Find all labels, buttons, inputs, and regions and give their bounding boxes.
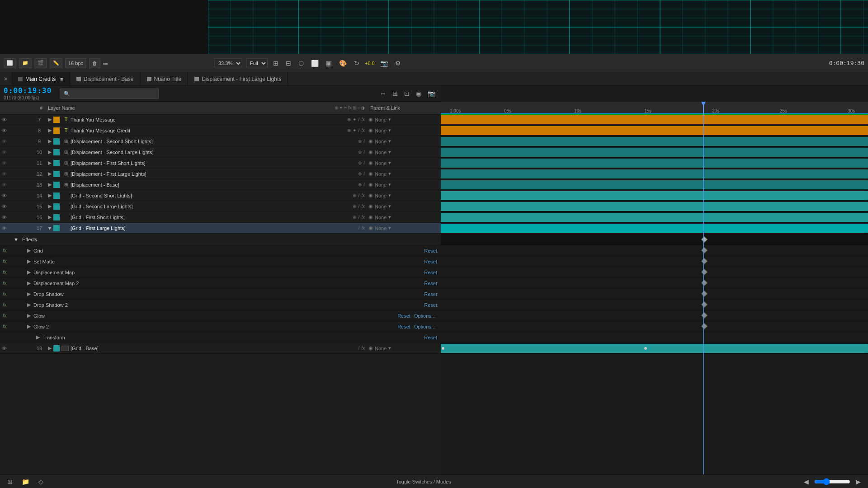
layer-row-14[interactable]: 👁 14 ▶ [Grid - Second Short Lights] ⊕/fx… [0,190,441,201]
grid-btn[interactable]: ⊟ [284,59,293,68]
tab-main-credits[interactable]: Main Credits ≡ [12,72,70,85]
fx-label-matte: fx [0,259,9,264]
expand-8[interactable]: ▶ [46,127,53,133]
view-btn-3[interactable]: ⊡ [402,89,411,98]
expand-transform[interactable]: ▶ [36,334,40,340]
expand-14[interactable]: ▶ [46,192,53,198]
layer-row-13[interactable]: 👁 13 ▶ ⊞ [Displacement - Base] ⊕/ ◉None▾ [0,179,441,190]
vis-icon-11[interactable]: 👁 [0,160,8,166]
expand-18[interactable]: ▶ [46,345,53,351]
mask-btn[interactable]: ⬡ [297,59,306,68]
reset-glow2[interactable]: Reset [397,324,414,329]
render-btn[interactable]: ▣ [324,59,334,68]
camera-btn[interactable]: 📷 [378,59,390,68]
expand-disp2[interactable]: ▶ [27,280,31,286]
fx-label-disp2: fx [0,281,9,286]
vis-icon-14[interactable]: 👁 [0,193,8,198]
view-btn-4[interactable]: ◉ [414,89,423,98]
new-comp-btn[interactable]: ⬜ [4,58,16,68]
vis-icon-7[interactable]: 👁 [0,117,8,122]
save-btn[interactable]: 🎬 [34,58,47,68]
layer-row-16[interactable]: 👁 16 ▶ [Grid - First Short Lights] ⊕/fx … [0,212,441,223]
expand-ds[interactable]: ▶ [27,291,31,297]
tab-label-large: Displacement - First Large Lights [202,76,281,82]
layer-row-18[interactable]: 👁 18 ▶ [Grid - Base] /fx ◉None▾ [0,343,441,354]
quality-select[interactable]: Full [246,58,268,68]
settings-btn[interactable]: ⚙ [393,59,403,68]
expand-ds2[interactable]: ▶ [27,302,31,308]
reset-matte[interactable]: Reset [424,259,441,264]
vis-icon-12[interactable]: 👁 [0,171,8,177]
parent-16: ◉None▾ [368,214,441,220]
reset-grid[interactable]: Reset [424,248,441,253]
expand-disp[interactable]: ▶ [27,269,31,275]
fit-comp-btn[interactable]: ⊞ [271,59,280,68]
reset-transform[interactable]: Reset [424,335,441,340]
zoom-out-btn[interactable]: ◀ [802,477,811,486]
reset-glow[interactable]: Reset [397,313,414,319]
expand-17[interactable]: ▼ [46,225,53,231]
view-btn-1[interactable]: ↔ [378,89,388,98]
tab-menu-main[interactable]: ≡ [60,76,63,82]
add-comp-btn[interactable]: ⊞ [5,477,14,486]
expand-matte[interactable]: ▶ [27,258,31,264]
reset-disp[interactable]: Reset [424,270,441,275]
vis-icon-8[interactable]: 👁 [0,128,8,133]
layer-row-7[interactable]: 👁 7 ▶ T Thank You Message ⊕ ✦ / fx ◉ Non… [0,114,441,125]
expand-13[interactable]: ▶ [46,182,53,188]
reset-ds[interactable]: Reset [424,291,441,297]
toggle-switches-label[interactable]: Toggle Switches / Modes [396,479,451,484]
pen-btn[interactable]: ✏️ [50,58,62,68]
layer-row-17[interactable]: 👁 17 ▼ [Grid - First Large Lights] /fx ◉… [0,223,441,234]
tick-0: 1:00s [450,108,461,113]
layer-row-12[interactable]: 👁 12 ▶ ⊞ [Displacement - First Large Lig… [0,169,441,179]
open-btn[interactable]: 📁 [19,58,32,68]
view-btn-5[interactable]: 📷 [426,89,437,98]
tab-first-large[interactable]: Displacement - First Large Lights [188,72,288,85]
expand-glow[interactable]: ▶ [27,313,31,319]
sync-btn[interactable]: ↻ [352,59,361,68]
expand-7[interactable]: ▶ [46,117,53,122]
layer-row-15[interactable]: 👁 15 ▶ [Grid - Second Large Lights] ⊕/fx… [0,201,441,212]
zoom-in-btn[interactable]: ▶ [854,477,863,486]
add-folder-btn[interactable]: 📁 [20,477,31,486]
reset-disp2[interactable]: Reset [424,281,441,286]
expand-glow2[interactable]: ▶ [27,324,31,329]
close-all-btn[interactable]: ✕ [0,76,12,82]
effects-collapse-icon[interactable]: ▼ [14,237,19,242]
vis-icon-10[interactable]: 👁 [0,150,8,155]
tab-displacement-base[interactable]: Displacement - Base [70,72,141,85]
expand-10[interactable]: ▶ [46,149,53,155]
reset-ds2[interactable]: Reset [424,302,441,308]
layer-row-10[interactable]: 👁 10 ▶ ⊞ [Displacement - Second Large Li… [0,147,441,158]
expand-15[interactable]: ▶ [46,203,53,209]
delete-btn[interactable]: 🗑 [89,58,100,68]
vis-icon-17[interactable]: 👁 [0,225,8,231]
expand-11[interactable]: ▶ [46,160,53,166]
layer-search-input[interactable] [60,89,159,99]
toggle-btn[interactable]: ⬜ [309,59,321,68]
vis-icon-16[interactable]: 👁 [0,215,8,220]
layer-row-11[interactable]: 👁 11 ▶ ⊞ [Displacement - First Short Lig… [0,158,441,169]
layer-row-9[interactable]: 👁 9 ▶ ⊞ [Displacement - Second Short Lig… [0,136,441,147]
tab-nuano[interactable]: Nuano Title [141,72,189,85]
color-14 [53,192,60,199]
vis-icon-15[interactable]: 👁 [0,204,8,209]
expand-grid[interactable]: ▶ [27,248,31,253]
add-keyframe-btn[interactable]: ◇ [37,477,45,486]
options-glow[interactable]: Options... [414,313,441,319]
vis-icon-13[interactable]: 👁 [0,182,8,188]
zoom-slider[interactable] [814,478,850,485]
expand-9[interactable]: ▶ [46,138,53,144]
layer-row-8[interactable]: 👁 8 ▶ T Thank You Message Credit ⊕ ✦ / f… [0,125,441,136]
vis-icon-18[interactable]: 👁 [0,346,8,351]
playhead[interactable] [703,102,704,113]
view-btn-2[interactable]: ⊞ [391,89,400,98]
color-wheel-btn[interactable]: 🎨 [337,59,349,68]
vis-icon-9[interactable]: 👁 [0,139,8,144]
expand-16[interactable]: ▶ [46,214,53,220]
options-glow2[interactable]: Options... [414,324,441,329]
expand-12[interactable]: ▶ [46,171,53,177]
track-dispmap-effect [441,267,868,278]
zoom-select[interactable]: 33.3% [214,58,242,68]
